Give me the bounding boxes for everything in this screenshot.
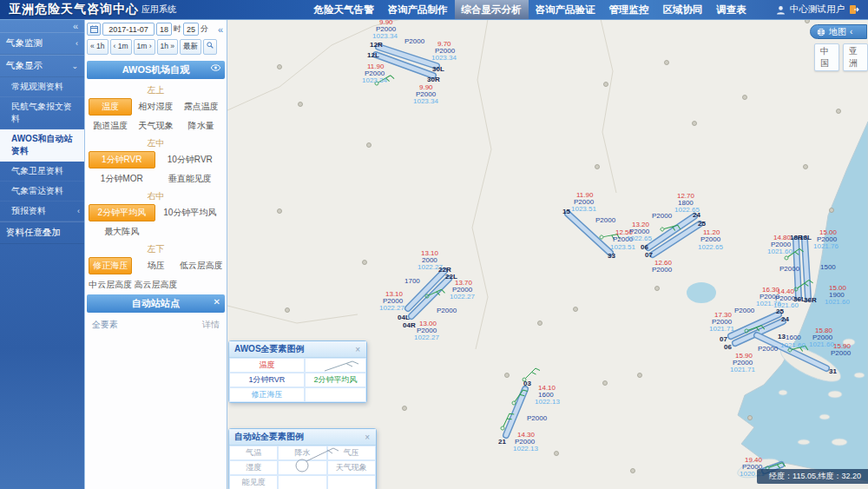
close-icon[interactable]: ✕ (214, 297, 220, 307)
element-button[interactable]: 10分钟RVR (157, 152, 224, 168)
date-input[interactable]: 2017-11-07 (102, 23, 155, 36)
station-dot[interactable] (837, 109, 841, 114)
legend-item: 2分钟平均风 (305, 373, 366, 387)
nav-item[interactable]: 管理监控 (602, 0, 656, 19)
user-area: 中心测试用户 (776, 3, 859, 16)
station-dot[interactable] (278, 65, 282, 69)
element-button[interactable]: 垂直能见度 (157, 171, 224, 187)
station-dot[interactable] (604, 83, 608, 87)
station-dot[interactable] (804, 165, 808, 169)
sidebar-item[interactable]: 气象卫星资料 (0, 162, 84, 182)
element-button[interactable]: 中云层高度 (89, 277, 132, 293)
wind-barb-icon (375, 72, 395, 89)
nav-item[interactable]: 区域协同 (656, 0, 710, 19)
minute-input[interactable]: 25 (183, 23, 199, 36)
element-button[interactable]: 低云层高度 (180, 258, 223, 274)
sidebar-item[interactable]: 预报资料‹ (0, 202, 84, 221)
nav-item[interactable]: 调查表 (710, 0, 754, 19)
sidebar-item[interactable]: 气象监测‹ (0, 32, 84, 55)
awos-legend-body: 温度1分钟RVR2分钟平均风修正海压 (229, 358, 366, 402)
nav-item[interactable]: 咨询产品制作 (381, 0, 455, 19)
sidebar-item-label: 气象雷达资料 (11, 185, 63, 197)
calendar-icon[interactable] (87, 23, 101, 36)
sea-shape (738, 122, 868, 481)
nav-item[interactable]: 咨询产品验证 (529, 0, 602, 19)
element-button[interactable]: 跑道温度 (89, 118, 132, 134)
chevron-left-icon[interactable]: ‹ (850, 27, 852, 36)
element-button[interactable]: 场压 (134, 258, 177, 274)
top-nav: 危险天气告警咨询产品制作综合显示分析咨询产品验证管理监控区域协同调查表 (307, 0, 754, 19)
active-element-button[interactable]: 修正海压 (89, 257, 132, 274)
active-element-button[interactable]: 1分钟RVR (89, 151, 155, 169)
station-dot[interactable] (363, 261, 367, 265)
element-button[interactable]: 露点温度 (180, 99, 223, 115)
time-nav-button[interactable]: 1m › (134, 39, 155, 55)
panel-collapse-icon[interactable]: « (218, 24, 225, 35)
all-elements-link[interactable]: 全要素 (92, 319, 118, 331)
station-dot[interactable] (555, 452, 559, 456)
search-icon[interactable] (203, 39, 217, 55)
position-label: 右中 (85, 187, 227, 204)
sidebar-item[interactable]: 气象雷达资料 (0, 182, 84, 202)
station-dot[interactable] (603, 381, 608, 386)
region-button[interactable]: 中国 (814, 43, 839, 71)
station-dot[interactable] (538, 321, 542, 326)
station-section-header[interactable]: 自动站站点 ✕ (87, 294, 225, 313)
active-element-button[interactable]: 2分钟平均风 (89, 204, 155, 221)
legend-item: 湿度 (229, 460, 278, 475)
station-dot[interactable] (403, 406, 407, 411)
element-button[interactable]: 1分钟MOR (89, 171, 155, 187)
station-dot[interactable] (655, 287, 660, 291)
time-nav-button[interactable]: ‹ 1m (110, 39, 132, 55)
station-dot[interactable] (748, 416, 753, 420)
station-dot[interactable] (830, 208, 834, 213)
element-button[interactable]: 最大阵风 (89, 224, 155, 240)
station-dot[interactable] (693, 122, 697, 126)
time-nav-button[interactable]: « 1h (87, 39, 108, 55)
station-dot[interactable] (286, 308, 290, 313)
hour-input[interactable]: 18 (156, 23, 172, 36)
user-name[interactable]: 中心测试用户 (790, 3, 845, 16)
sidebar-item[interactable]: 资料任意叠加 (0, 221, 84, 244)
logout-icon[interactable] (849, 4, 859, 15)
time-nav-button[interactable]: 最新 (180, 39, 201, 55)
sidebar-item-label: 气象监测 (6, 37, 43, 50)
map-canvas[interactable]: 9.90P20001023.34P20009.70P20001023.3412R… (227, 19, 868, 489)
nav-item[interactable]: 综合显示分析 (455, 0, 529, 19)
sidebar-item[interactable]: 民航气象报文资料 (0, 97, 84, 129)
station-dot[interactable] (595, 165, 600, 169)
station-dot[interactable] (665, 61, 669, 65)
eye-icon[interactable] (211, 63, 220, 73)
nav-item[interactable]: 危险天气告警 (307, 0, 381, 19)
auto-legend-header[interactable]: 自动站全要素图例 × (229, 429, 376, 446)
station-dot[interactable] (638, 373, 642, 378)
runway-surface (568, 214, 610, 253)
sidebar-item[interactable]: 常规观测资料 (0, 77, 84, 97)
region-button[interactable]: 亚洲 (843, 43, 868, 71)
station-dot[interactable] (574, 307, 578, 312)
station-dot[interactable] (299, 102, 303, 107)
station-dot[interactable] (743, 96, 747, 100)
awos-legend-header[interactable]: AWOS全要素图例 × (229, 341, 366, 358)
active-element-button[interactable]: 温度 (89, 98, 132, 116)
sidebar-collapse-icon[interactable]: « (0, 19, 84, 32)
awos-section-header[interactable]: AWOS机场自观 (87, 61, 225, 79)
close-icon[interactable]: × (354, 345, 361, 354)
element-button[interactable]: 高云层高度 (134, 277, 177, 293)
basemap-toggle[interactable]: 地图 ‹ (810, 24, 867, 39)
time-nav-button[interactable]: 1h » (157, 39, 179, 55)
sidebar-item[interactable]: AWOS和自动站资料 (0, 129, 84, 162)
sidebar-menu: 气象监测‹气象显示⌄常规观测资料民航气象报文资料AWOS和自动站资料气象卫星资料… (0, 32, 84, 244)
station-dot[interactable] (367, 143, 372, 148)
detail-link[interactable]: 详情 (202, 319, 220, 331)
close-icon[interactable]: × (364, 433, 371, 442)
element-button[interactable]: 10分钟平均风 (157, 205, 224, 221)
element-button[interactable]: 相对湿度 (134, 99, 177, 115)
region-buttons: 中国亚洲 (814, 43, 868, 71)
station-dot[interactable] (505, 373, 510, 378)
element-button[interactable]: 天气现象 (134, 118, 177, 134)
station-dot[interactable] (631, 469, 635, 473)
sidebar-item[interactable]: 气象显示⌄ (0, 55, 84, 77)
element-button[interactable]: 降水量 (180, 118, 223, 134)
station-dot[interactable] (278, 209, 282, 214)
